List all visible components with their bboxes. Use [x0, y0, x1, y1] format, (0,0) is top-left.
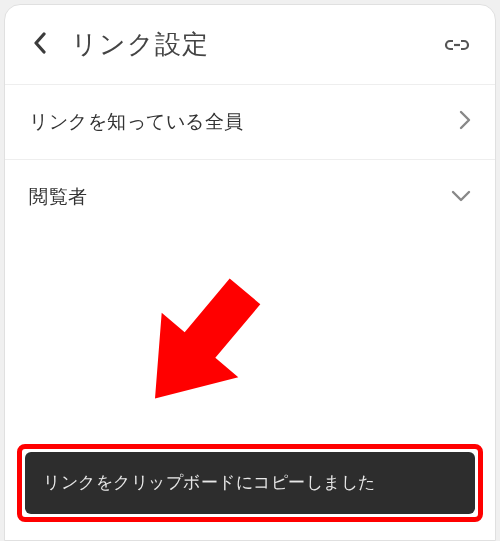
link-settings-sheet: リンク設定 リンクを知っている全員 閲覧者 — [4, 4, 496, 541]
toast: リンクをクリップボードにコピーしました — [25, 452, 475, 514]
access-scope-label: リンクを知っている全員 — [29, 109, 459, 135]
toast-message: リンクをクリップボードにコピーしました — [43, 473, 376, 491]
chevron-right-icon — [459, 110, 471, 134]
back-button[interactable] — [23, 29, 55, 61]
toast-highlight: リンクをクリップボードにコピーしました — [17, 444, 483, 522]
role-row[interactable]: 閲覧者 — [5, 159, 495, 234]
role-label: 閲覧者 — [29, 184, 451, 210]
access-scope-row[interactable]: リンクを知っている全員 — [5, 84, 495, 159]
page-title: リンク設定 — [71, 27, 443, 62]
arrow-annotation — [120, 265, 280, 425]
link-icon[interactable] — [443, 38, 471, 52]
header: リンク設定 — [5, 5, 495, 84]
svg-marker-0 — [120, 265, 280, 425]
chevron-left-icon — [33, 32, 46, 58]
chevron-down-icon — [451, 188, 471, 206]
